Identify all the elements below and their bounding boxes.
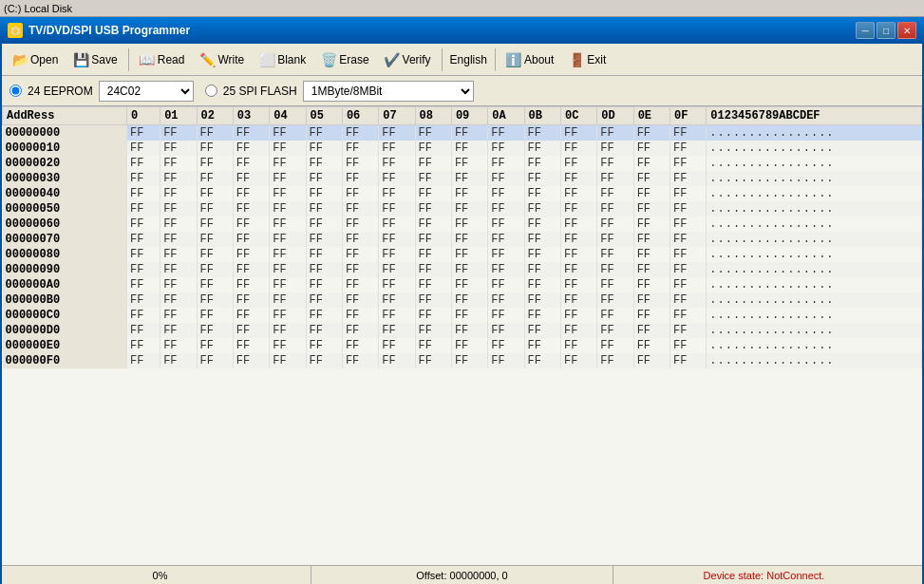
byte-cell[interactable]: FF (160, 186, 197, 201)
byte-cell[interactable]: FF (524, 125, 560, 141)
open-button[interactable]: 📂 Open (6, 47, 65, 72)
byte-cell[interactable]: FF (669, 201, 706, 217)
byte-cell[interactable]: FF (415, 141, 451, 156)
byte-cell[interactable]: FF (633, 217, 669, 232)
byte-cell[interactable]: FF (669, 323, 706, 338)
byte-cell[interactable]: FF (379, 186, 415, 201)
byte-cell[interactable]: FF (597, 171, 633, 186)
byte-cell[interactable]: FF (342, 171, 378, 186)
byte-cell[interactable]: FF (633, 141, 669, 156)
byte-cell[interactable]: FF (197, 156, 233, 171)
byte-cell[interactable]: FF (415, 171, 451, 186)
byte-cell[interactable]: FF (197, 171, 233, 186)
byte-cell[interactable]: FF (270, 232, 306, 247)
byte-cell[interactable]: FF (415, 338, 451, 353)
byte-cell[interactable]: FF (451, 292, 487, 308)
byte-cell[interactable]: FF (488, 201, 524, 217)
byte-cell[interactable]: FF (306, 292, 342, 308)
byte-cell[interactable]: FF (669, 141, 706, 156)
byte-cell[interactable]: FF (524, 141, 560, 156)
byte-cell[interactable]: FF (270, 353, 306, 368)
byte-cell[interactable]: FF (633, 292, 669, 308)
save-button[interactable]: 💾 Save (66, 47, 123, 72)
byte-cell[interactable]: FF (488, 323, 524, 338)
byte-cell[interactable]: FF (233, 171, 269, 186)
byte-cell[interactable]: FF (306, 338, 342, 353)
byte-cell[interactable]: FF (560, 156, 596, 171)
byte-cell[interactable]: FF (451, 277, 487, 292)
byte-cell[interactable]: FF (669, 232, 706, 247)
byte-cell[interactable]: FF (233, 186, 269, 201)
byte-cell[interactable]: FF (415, 125, 451, 141)
byte-cell[interactable]: FF (524, 323, 560, 338)
byte-cell[interactable]: FF (160, 247, 197, 262)
byte-cell[interactable]: FF (342, 262, 378, 277)
byte-cell[interactable]: FF (127, 262, 160, 277)
byte-cell[interactable]: FF (379, 217, 415, 232)
byte-cell[interactable]: FF (451, 141, 487, 156)
byte-cell[interactable]: FF (451, 217, 487, 232)
byte-cell[interactable]: FF (379, 262, 415, 277)
byte-cell[interactable]: FF (524, 292, 560, 308)
byte-cell[interactable]: FF (270, 277, 306, 292)
byte-cell[interactable]: FF (669, 156, 706, 171)
byte-cell[interactable]: FF (415, 292, 451, 308)
byte-cell[interactable]: FF (197, 125, 233, 141)
byte-cell[interactable]: FF (451, 186, 487, 201)
byte-cell[interactable]: FF (160, 171, 197, 186)
byte-cell[interactable]: FF (306, 277, 342, 292)
byte-cell[interactable]: FF (379, 141, 415, 156)
byte-cell[interactable]: FF (488, 277, 524, 292)
byte-cell[interactable]: FF (560, 232, 596, 247)
exit-button[interactable]: 🚪 Exit (562, 47, 613, 72)
spi-label[interactable]: 25 SPI FLASH (223, 85, 297, 98)
byte-cell[interactable]: FF (306, 353, 342, 368)
byte-cell[interactable]: FF (560, 353, 596, 368)
byte-cell[interactable]: FF (524, 338, 560, 353)
byte-cell[interactable]: FF (270, 201, 306, 217)
byte-cell[interactable]: FF (233, 125, 269, 141)
byte-cell[interactable]: FF (524, 217, 560, 232)
byte-cell[interactable]: FF (451, 156, 487, 171)
byte-cell[interactable]: FF (633, 323, 669, 338)
byte-cell[interactable]: FF (233, 247, 269, 262)
byte-cell[interactable]: FF (669, 186, 706, 201)
byte-cell[interactable]: FF (379, 277, 415, 292)
byte-cell[interactable]: FF (669, 171, 706, 186)
byte-cell[interactable]: FF (451, 125, 487, 141)
byte-cell[interactable]: FF (633, 232, 669, 247)
byte-cell[interactable]: FF (342, 323, 378, 338)
byte-cell[interactable]: FF (233, 156, 269, 171)
byte-cell[interactable]: FF (524, 156, 560, 171)
byte-cell[interactable]: FF (415, 156, 451, 171)
byte-cell[interactable]: FF (597, 308, 633, 323)
byte-cell[interactable]: FF (379, 156, 415, 171)
byte-cell[interactable]: FF (127, 323, 160, 338)
byte-cell[interactable]: FF (342, 186, 378, 201)
byte-cell[interactable]: FF (524, 353, 560, 368)
byte-cell[interactable]: FF (127, 338, 160, 353)
byte-cell[interactable]: FF (597, 247, 633, 262)
byte-cell[interactable]: FF (127, 277, 160, 292)
byte-cell[interactable]: FF (669, 277, 706, 292)
byte-cell[interactable]: FF (669, 292, 706, 308)
byte-cell[interactable]: FF (560, 292, 596, 308)
byte-cell[interactable]: FF (415, 308, 451, 323)
byte-cell[interactable]: FF (306, 125, 342, 141)
minimize-button[interactable]: ─ (856, 22, 875, 39)
byte-cell[interactable]: FF (270, 247, 306, 262)
byte-cell[interactable]: FF (524, 232, 560, 247)
byte-cell[interactable]: FF (342, 217, 378, 232)
byte-cell[interactable]: FF (270, 338, 306, 353)
byte-cell[interactable]: FF (306, 186, 342, 201)
byte-cell[interactable]: FF (488, 156, 524, 171)
byte-cell[interactable]: FF (270, 171, 306, 186)
byte-cell[interactable]: FF (127, 186, 160, 201)
byte-cell[interactable]: FF (451, 247, 487, 262)
byte-cell[interactable]: FF (342, 247, 378, 262)
byte-cell[interactable]: FF (524, 308, 560, 323)
byte-cell[interactable]: FF (669, 125, 706, 141)
byte-cell[interactable]: FF (379, 338, 415, 353)
byte-cell[interactable]: FF (488, 186, 524, 201)
byte-cell[interactable]: FF (669, 308, 706, 323)
